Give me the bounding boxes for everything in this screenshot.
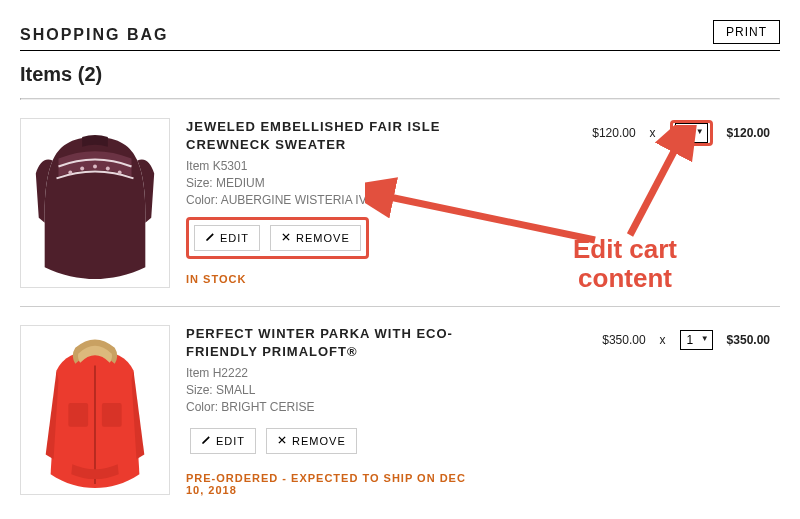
remove-label: REMOVE <box>292 435 346 447</box>
print-button[interactable]: PRINT <box>713 20 780 44</box>
close-icon <box>277 435 287 447</box>
cart-item: PERFECT WINTER PARKA WITH ECO-FRIENDLY P… <box>20 306 780 514</box>
product-info: PERFECT WINTER PARKA WITH ECO-FRIENDLY P… <box>170 325 500 496</box>
close-icon <box>281 232 291 244</box>
edit-remove-group-highlighted: EDIT REMOVE <box>186 217 369 259</box>
item-size: Size: MEDIUM <box>186 176 484 190</box>
stock-status: PRE-ORDERED - EXPECTED TO SHIP ON DEC 10… <box>186 472 484 496</box>
product-name: JEWELED EMBELLISHED FAIR ISLE CREWNECK S… <box>186 118 484 153</box>
product-name: PERFECT WINTER PARKA WITH ECO-FRIENDLY P… <box>186 325 484 360</box>
item-code: Item H2222 <box>186 366 484 380</box>
svg-point-2 <box>80 166 84 170</box>
stock-status: IN STOCK <box>186 273 484 285</box>
price-column: $350.00 x 1 $350.00 <box>500 325 770 496</box>
quantity-select[interactable]: 1 <box>675 123 708 143</box>
svg-point-4 <box>106 166 110 170</box>
product-info: JEWELED EMBELLISHED FAIR ISLE CREWNECK S… <box>170 118 500 288</box>
multiply-symbol: x <box>660 327 666 353</box>
svg-point-1 <box>68 170 72 174</box>
qty-highlight: 1 <box>670 120 713 146</box>
item-color: Color: BRIGHT CERISE <box>186 400 484 414</box>
remove-button[interactable]: REMOVE <box>266 428 357 454</box>
svg-rect-7 <box>68 403 88 427</box>
svg-point-3 <box>93 165 97 169</box>
line-total: $350.00 <box>727 327 770 353</box>
unit-price: $350.00 <box>602 327 645 353</box>
product-image[interactable] <box>20 118 170 288</box>
page-title: SHOPPING BAG <box>20 26 168 44</box>
edit-label: EDIT <box>220 232 249 244</box>
qty-wrap: 1 <box>680 327 713 353</box>
svg-point-5 <box>118 170 122 174</box>
unit-price: $120.00 <box>592 120 635 146</box>
product-image[interactable] <box>20 325 170 495</box>
edit-button[interactable]: EDIT <box>190 428 256 454</box>
item-code: Item K5301 <box>186 159 484 173</box>
header-row: SHOPPING BAG PRINT <box>20 20 780 51</box>
remove-label: REMOVE <box>296 232 350 244</box>
line-total: $120.00 <box>727 120 770 146</box>
edit-label: EDIT <box>216 435 245 447</box>
pencil-icon <box>201 435 211 447</box>
edit-remove-group: EDIT REMOVE <box>186 424 361 458</box>
price-column: $120.00 x 1 $120.00 <box>500 118 770 288</box>
items-heading: Items (2) <box>20 63 780 86</box>
remove-button[interactable]: REMOVE <box>270 225 361 251</box>
item-color: Color: AUBERGINE WISTERIA IVORY <box>186 193 484 207</box>
edit-button[interactable]: EDIT <box>194 225 260 251</box>
pencil-icon <box>205 232 215 244</box>
cart-item: JEWELED EMBELLISHED FAIR ISLE CREWNECK S… <box>20 100 780 306</box>
item-size: Size: SMALL <box>186 383 484 397</box>
quantity-select[interactable]: 1 <box>680 330 713 350</box>
svg-rect-8 <box>102 403 122 427</box>
multiply-symbol: x <box>650 120 656 146</box>
